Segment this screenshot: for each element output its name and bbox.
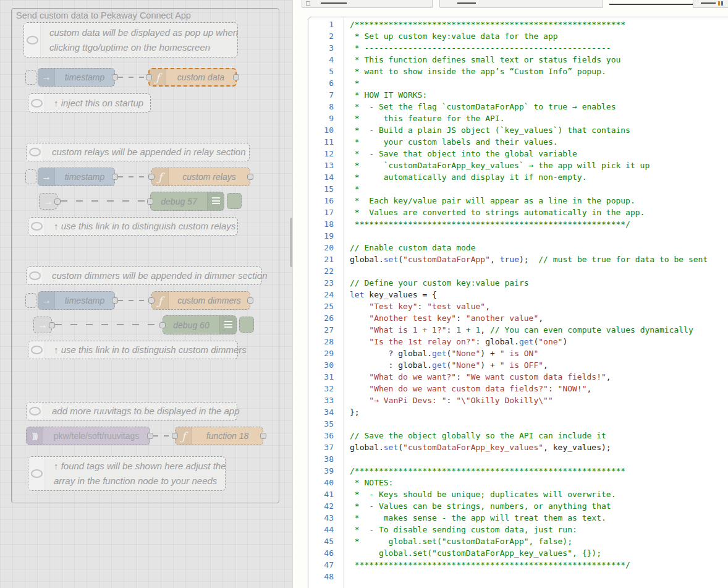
line-number: 8 xyxy=(308,102,343,114)
code-line[interactable]: ****************************************… xyxy=(350,560,728,572)
tray-header-partial-field-1[interactable] xyxy=(302,0,433,8)
input-port[interactable] xyxy=(147,198,153,205)
comment-node[interactable]: ↑ use this link in to distinguish custom… xyxy=(28,217,238,236)
function-node[interactable]: ƒcustom data xyxy=(148,68,237,87)
output-port[interactable] xyxy=(233,74,239,80)
code-line[interactable]: * - Values can be strings, numbers, or a… xyxy=(350,501,728,513)
code-line[interactable]: * makes sense - the app will treat them … xyxy=(350,513,728,525)
code-line[interactable]: "When do we want custom data fields?": "… xyxy=(350,384,728,396)
code-line[interactable]: * this feature for the API. xyxy=(350,114,728,126)
debug-toggle-button[interactable] xyxy=(239,317,254,333)
output-port[interactable] xyxy=(54,198,61,205)
output-port[interactable] xyxy=(247,297,253,304)
comment-node[interactable]: ↑ inject this on startup xyxy=(28,93,151,113)
code-line[interactable]: * HOW IT WORKS: xyxy=(350,90,728,102)
code-line[interactable]: let key_values = { xyxy=(350,290,728,302)
inject-node[interactable]: →timestamp xyxy=(38,168,115,186)
code-line[interactable]: "Another test key": "another value", xyxy=(350,313,728,325)
code-line[interactable] xyxy=(350,572,728,584)
code-line[interactable]: // Save the object globally so the API c… xyxy=(350,431,728,443)
comment-node[interactable]: add more ruuvitags to be displayed in th… xyxy=(26,402,237,420)
node-label: custom data xyxy=(166,69,235,85)
code-line[interactable] xyxy=(350,454,728,466)
code-line[interactable]: * want to show inside the app’s “Custom … xyxy=(350,67,728,79)
link-node[interactable]: → xyxy=(33,317,52,333)
code-line[interactable]: "What is 1 + 1?": 1 + 1, // You can even… xyxy=(350,325,728,337)
function-node[interactable]: ƒcustom relays xyxy=(151,168,250,186)
code-line[interactable]: * - Set the flag `customDataForApp` to t… xyxy=(350,102,728,114)
code-lines[interactable]: /***************************************… xyxy=(343,17,728,588)
code-line[interactable]: * xyxy=(350,184,728,196)
inject-button[interactable] xyxy=(25,169,36,184)
code-editor[interactable]: 1234567891011121314151617181920212223242… xyxy=(308,17,728,588)
code-line[interactable]: // Define your custom key:value pairs xyxy=(350,278,728,290)
wire xyxy=(118,176,148,177)
tray-header-partial-field-3[interactable] xyxy=(693,0,728,8)
code-line[interactable]: * - Save that object into the global var… xyxy=(350,149,728,161)
code-line[interactable] xyxy=(350,419,728,431)
comment-node[interactable]: custom relays will be appended in relay … xyxy=(26,143,250,161)
output-port[interactable] xyxy=(147,433,153,439)
code-line[interactable]: * `customDataForApp_key_values` → the ap… xyxy=(350,161,728,173)
code-line[interactable]: * Values are converted to strings automa… xyxy=(350,208,728,219)
inject-node[interactable]: →timestamp xyxy=(38,68,115,87)
function-node[interactable]: ƒcustom dimmers xyxy=(151,291,250,310)
code-line[interactable]: * - Keys should be unique; duplicates wi… xyxy=(350,490,728,501)
code-line[interactable]: /***************************************… xyxy=(350,20,728,32)
inject-button[interactable] xyxy=(25,293,36,308)
input-port[interactable] xyxy=(146,74,152,80)
output-port[interactable] xyxy=(112,74,118,80)
code-line[interactable]: * xyxy=(350,79,728,90)
output-port[interactable] xyxy=(247,174,253,180)
code-line[interactable]: "Is the 1st relay on?": global.get("one"… xyxy=(350,337,728,349)
debug-toggle-button[interactable] xyxy=(227,193,242,209)
input-port[interactable] xyxy=(148,297,154,304)
code-line[interactable] xyxy=(350,266,728,278)
code-line[interactable]: : global.get("None") + " is OFF", xyxy=(350,360,728,372)
debug-node[interactable]: debug 57 xyxy=(150,192,224,211)
code-line[interactable]: /***************************************… xyxy=(350,466,728,478)
code-line[interactable]: * your custom labels and their values. xyxy=(350,137,728,149)
code-line[interactable]: * This function defines small text or st… xyxy=(350,55,728,67)
comment-node[interactable]: custom dimmers will be appended in dimme… xyxy=(26,266,262,285)
code-line[interactable]: * automatically and display it if non-em… xyxy=(350,173,728,184)
output-port[interactable] xyxy=(260,433,266,439)
code-line[interactable]: * Each key/value pair will appear as a l… xyxy=(350,196,728,208)
output-port[interactable] xyxy=(112,297,118,304)
code-line[interactable]: // Enable custom data mode xyxy=(350,243,728,255)
comment-node[interactable]: ↑ found tags will be shown here adjust t… xyxy=(28,456,226,491)
code-line[interactable]: * --------------------------------------… xyxy=(350,43,728,55)
debug-node[interactable]: debug 60 xyxy=(163,315,237,334)
code-line[interactable]: ****************************************… xyxy=(350,219,728,231)
input-port[interactable] xyxy=(172,433,178,439)
code-line[interactable]: * NOTES: xyxy=(350,478,728,490)
inject-node[interactable]: →timestamp xyxy=(38,291,115,310)
output-port[interactable] xyxy=(112,174,118,180)
comment-node[interactable]: custom data will be displayed as pop up … xyxy=(23,22,238,58)
tray-header-partial-field-2[interactable] xyxy=(439,0,603,8)
code-line[interactable]: }; xyxy=(350,407,728,419)
code-line[interactable]: * global.set("customDataForApp", false); xyxy=(350,537,728,548)
code-line[interactable]: global.set("customDataForApp_key_values"… xyxy=(350,548,728,560)
mqtt-node[interactable]: )))pkw/tele/soft/ruuvitags xyxy=(26,427,150,445)
code-line[interactable]: * - To disable sending custom data, just… xyxy=(350,525,728,537)
code-line[interactable]: global.set("customDataForApp_key_values"… xyxy=(350,443,728,454)
partial-text xyxy=(321,2,347,4)
code-line[interactable]: "→ VanPi Devs: ": "\"Okilly Dokilly\"" xyxy=(350,396,728,407)
function-node[interactable]: ƒfunction 18 xyxy=(175,427,263,445)
flow-canvas[interactable]: Send custom data to Pekaway Connect App … xyxy=(0,0,292,588)
input-port[interactable] xyxy=(148,174,154,180)
code-line[interactable]: "What do we want?": "We want custom data… xyxy=(350,372,728,384)
output-port[interactable] xyxy=(49,322,55,328)
link-node[interactable]: → xyxy=(39,193,57,210)
inject-button[interactable] xyxy=(25,70,36,85)
comment-text: add more ruuvitags to be displayed in th… xyxy=(43,403,245,420)
code-line[interactable]: ? global.get("None") + " is ON" xyxy=(350,349,728,360)
code-line[interactable]: * - Build a plain JS object (`key_values… xyxy=(350,126,728,137)
code-line[interactable]: global.set("customDataForApp", true); //… xyxy=(350,255,728,266)
code-line[interactable] xyxy=(350,231,728,243)
comment-node[interactable]: ↑ use this link in to distinguish custom… xyxy=(28,341,238,359)
input-port[interactable] xyxy=(159,322,166,328)
code-line[interactable]: * Set up custom key:value data for the a… xyxy=(350,32,728,43)
code-line[interactable]: "Test key": "test value", xyxy=(350,302,728,313)
